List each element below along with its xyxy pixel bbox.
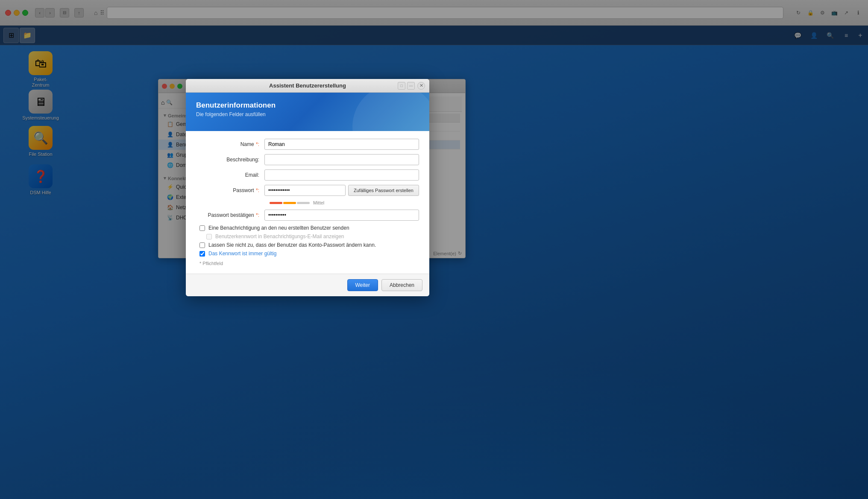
checkbox-no-change-password[interactable] <box>199 242 205 248</box>
modal-close-button[interactable]: ✕ <box>417 82 425 90</box>
password-row: Zufälliges Passwort erstellen <box>264 185 419 196</box>
checkbox-show-password-label: Benutzerkennwort in Benachrichtigungs-E-… <box>215 233 344 239</box>
modal-header-subtitle: Die folgenden Felder ausfüllen <box>196 111 419 117</box>
modal-overlay <box>0 0 868 499</box>
modal-dialog: ✕ — □ Assistent Benutzererstellung Benut… <box>186 79 429 296</box>
checkbox-notification[interactable] <box>199 225 205 231</box>
required-star-name: *: <box>255 141 259 147</box>
modal-body: Name *: Beschreibung: Email: Passwort *:… <box>186 131 429 274</box>
random-password-button[interactable]: Zufälliges Passwort erstellen <box>348 185 419 196</box>
checkbox-show-password[interactable] <box>206 234 212 239</box>
strength-bar <box>270 202 310 204</box>
password-input[interactable] <box>264 185 346 196</box>
modal-minimize-button[interactable]: — <box>407 82 415 90</box>
cancel-button[interactable]: Abbrechen <box>381 279 422 291</box>
name-input[interactable] <box>264 139 419 150</box>
required-star-confirm: *: <box>255 212 259 218</box>
checkbox-password-never-expires-label: Das Kennwort ist immer gültig <box>208 251 276 257</box>
form-row-desc: Beschreibung: <box>196 154 419 165</box>
modal-title: Assistent Benutzererstellung <box>269 82 346 89</box>
modal-maximize-button[interactable]: □ <box>398 82 405 90</box>
form-row-password: Passwort *: Zufälliges Passwort erstelle… <box>196 185 419 196</box>
checkbox-row-4: Das Kennwort ist immer gültig <box>196 251 419 257</box>
strength-seg-2 <box>283 202 296 204</box>
modal-header: Benutzerinformationen Die folgenden Feld… <box>186 93 429 131</box>
modal-titlebar: ✕ — □ Assistent Benutzererstellung <box>186 79 429 93</box>
confirm-input[interactable] <box>264 210 419 221</box>
strength-seg-3 <box>297 202 310 204</box>
form-row-confirm: Passwort bestätigen *: <box>196 210 419 221</box>
email-input[interactable] <box>264 169 419 181</box>
desc-label: Beschreibung: <box>196 157 264 163</box>
password-label: Passwort *: <box>196 187 264 193</box>
modal-header-title: Benutzerinformationen <box>196 101 419 110</box>
strength-row: Mittel <box>196 200 419 205</box>
checkbox-row-2: Benutzerkennwort in Benachrichtigungs-E-… <box>196 233 419 239</box>
footer-buttons: Weiter Abbrechen <box>347 279 423 291</box>
name-label: Name *: <box>196 141 264 147</box>
form-row-name: Name *: <box>196 139 419 150</box>
email-label: Email: <box>196 172 264 178</box>
checkbox-no-change-password-label: Lassen Sie nicht zu, dass der Benutzer d… <box>208 242 376 248</box>
required-star-pw: *: <box>255 187 259 193</box>
confirm-label: Passwort bestätigen *: <box>196 212 264 218</box>
checkbox-row-3: Lassen Sie nicht zu, dass der Benutzer d… <box>196 242 419 248</box>
next-button[interactable]: Weiter <box>347 279 378 291</box>
required-note: * Pflichtfeld <box>196 261 419 266</box>
checkbox-row-1: Eine Benachrichtigung an den neu erstell… <box>196 225 419 231</box>
checkbox-password-never-expires[interactable] <box>199 251 205 257</box>
form-row-email: Email: <box>196 169 419 181</box>
desc-input[interactable] <box>264 154 419 165</box>
strength-label: Mittel <box>313 200 324 205</box>
modal-footer: Weiter Abbrechen <box>186 274 429 296</box>
strength-seg-1 <box>270 202 282 204</box>
checkbox-notification-label: Eine Benachrichtigung an den neu erstell… <box>208 225 349 231</box>
